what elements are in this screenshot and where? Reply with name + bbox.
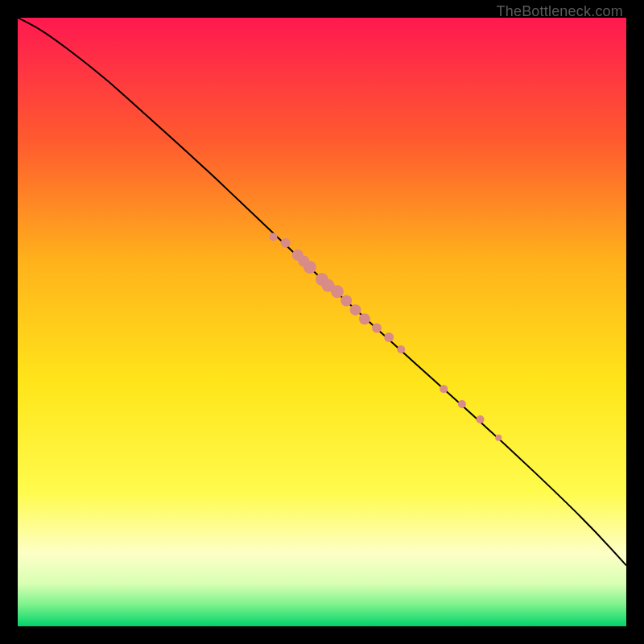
scatter-dot — [341, 295, 352, 307]
scatter-dot — [281, 238, 291, 248]
scatter-dot — [350, 304, 361, 316]
scatter-dot — [495, 435, 502, 441]
scatter-dot — [477, 415, 485, 423]
scatter-dot — [270, 233, 278, 241]
scatter-dot — [359, 313, 370, 324]
scatter-dot — [440, 385, 448, 393]
chart-svg — [18, 18, 626, 626]
scatter-dot — [458, 400, 466, 408]
scatter-dot — [397, 345, 405, 353]
scatter-dot — [372, 324, 382, 333]
chart-background — [18, 18, 626, 626]
scatter-dot — [384, 332, 394, 342]
chart-frame — [18, 18, 626, 626]
scatter-dot — [331, 285, 344, 298]
scatter-dot — [303, 261, 316, 274]
watermark-text: TheBottleneck.com — [497, 3, 623, 20]
